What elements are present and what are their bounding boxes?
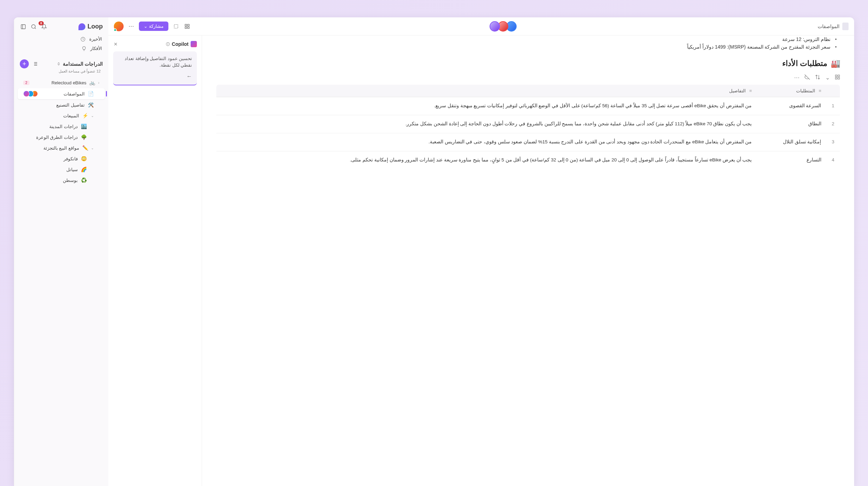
rainbow-icon: 🌈 [81,167,87,172]
factory-icon: 🏭 [831,59,840,68]
close-icon[interactable] [113,42,118,47]
eye-off-icon[interactable] [804,74,810,81]
chevron-down-icon[interactable]: ⌄ [825,74,830,81]
svg-rect-2 [21,25,25,29]
row-requirement[interactable]: إمكانية تسلق التلال [757,133,826,151]
more-icon[interactable]: ⋯ [128,23,135,30]
workspace-title[interactable]: الدراجات المستدامة [57,61,103,67]
row-requirement[interactable]: التسارع [757,151,826,169]
tree-icon: 🌳 [81,134,87,140]
svg-rect-11 [187,27,189,28]
col-requirements[interactable]: ≡ المتطلبات [757,85,826,97]
bike-icon: 🚲 [89,80,95,85]
nav-ideas-label: الأفكار [90,46,102,51]
tree-boston[interactable]: ♻️ بوسطن [18,175,105,185]
more-icon[interactable]: ⋯ [794,74,800,81]
app-name: Loop [87,23,103,30]
nav-recent[interactable]: الأخيرة [14,34,108,44]
lightbulb-icon [81,46,87,51]
row-number: 2 [826,115,840,133]
list-icon[interactable] [32,60,39,67]
svg-rect-9 [187,24,189,26]
row-requirement[interactable]: النطاق [757,115,826,133]
info-icon[interactable]: ⓘ [166,42,170,47]
apps-icon[interactable] [184,23,191,30]
clock-icon [80,37,86,42]
nav-recent-label: الأخيرة [89,36,102,42]
crop-icon[interactable] [173,23,180,30]
share-button[interactable]: مشاركة ⌄ [139,22,168,31]
copilot-suggestion[interactable]: تحسين عمود التفاصيل وإضافة تعداد نقطي لك… [113,51,197,85]
page-icon [842,23,849,30]
table-row[interactable]: 1 السرعة القصوى من المفترض أن يحقق eBike… [216,97,840,115]
row-number: 1 [826,97,840,115]
section-heading[interactable]: 🏭 متطلبات الأداء [216,59,840,68]
svg-rect-10 [185,27,187,28]
row-detail[interactable]: من المفترض أن يتعامل eBike مع المنحدرات … [216,133,757,151]
tree-sales[interactable]: ⌄ ⚡ المبيعات [18,110,105,121]
bullet-item[interactable]: نظام التروس: 12 سرعة [216,35,837,43]
bullet-item[interactable]: سعر التجزئة المقترح من الشركة المصنعة (M… [216,43,837,51]
col-number[interactable] [826,85,840,97]
arrow-icon: ← [118,72,192,81]
tree-vancouver[interactable]: 😳 فانكوفر [18,153,105,164]
topbar: المواصفات مشاركة ⌄ ⋯ [108,17,854,35]
svg-rect-15 [835,77,837,79]
notification-badge: 8 [39,21,44,25]
copilot-panel: Copilot ⓘ تحسين عمود التفاصيل وإضافة تعد… [108,35,202,486]
row-detail[interactable]: يجب أن يكون نطاق eBike 70 ميلاً (112 كيل… [216,115,757,133]
svg-rect-8 [185,24,187,26]
workspace-members: 12 عضواً في مساحة العمل [16,69,107,77]
requirements-table: ≡ المتطلبات ≡ التفاصيل 1 السرعة القصوى م… [216,84,840,169]
row-number: 4 [826,151,840,169]
app-logo[interactable]: Loop [78,23,103,30]
sort-icon[interactable] [815,74,820,81]
notifications-icon[interactable]: 8 [41,23,48,30]
add-button[interactable]: + [20,59,29,68]
tree-specs[interactable]: 📄 المواصفات [18,88,105,99]
document-title[interactable]: المواصفات [818,23,849,30]
tree-city-bikes[interactable]: 🏙️ دراجات المدينة [18,121,105,132]
chevron-icon: ‹ [98,81,99,85]
presence-avatars [23,91,36,97]
table-row[interactable]: 4 التسارع يجب أن يعرض eBike تسارعاً مستج… [216,151,840,169]
tree-offroad[interactable]: 🌳 دراجات الطرق الوعرة [18,132,105,142]
row-detail[interactable]: من المفترض أن يحقق eBike أقصى سرعة تصل إ… [216,97,757,115]
chevron-down-icon: ⌄ [91,146,94,150]
main-area: المواصفات مشاركة ⌄ ⋯ [108,17,854,486]
col-details[interactable]: ≡ التفاصيل [216,85,757,97]
svg-line-1 [35,28,36,29]
avatar [490,21,500,32]
doc-icon: 📄 [87,91,94,97]
table-row[interactable]: 3 إمكانية تسلق التلال من المفترض أن يتعا… [216,133,840,151]
workspace-section: الدراجات المستدامة + 12 عضواً في مساحة ا… [14,58,108,186]
user-avatar[interactable] [114,22,124,31]
row-detail[interactable]: يجب أن يعرض eBike تسارعاً مستجيباً، قادر… [216,151,757,169]
chevron-down-icon: ⌄ [91,114,94,118]
tree-seattle[interactable]: 🌈 سياتل [18,164,105,175]
svg-rect-12 [174,24,178,28]
collaborator-avatars[interactable] [492,21,517,32]
svg-rect-14 [838,75,840,77]
table-toolbar: ⌄ ⋯ [216,73,840,84]
bolt-icon: ⚡ [82,113,88,118]
tree-badge: 2 [23,81,30,85]
copilot-icon [191,41,197,47]
tree-manufacturing[interactable]: 🛠️ تفاصيل التصنيع [18,100,105,110]
copilot-title: Copilot ⓘ [166,41,197,47]
sidebar: Loop 8 الأخيرة ال [14,17,108,486]
svg-rect-16 [838,77,840,79]
nav-ideas[interactable]: الأفكار [14,44,108,53]
row-requirement[interactable]: السرعة القصوى [757,97,826,115]
spec-bullets: نظام التروس: 12 سرعة سعر التجزئة المقترح… [216,35,840,51]
table-row[interactable]: 2 النطاق يجب أن يكون نطاق eBike 70 ميلاً… [216,115,840,133]
tree-relecloud[interactable]: ‹ 🚲 Relecloud eBikes 2 [18,77,105,88]
document-body[interactable]: نظام التروس: 12 سرعة سعر التجزئة المقترح… [202,35,854,486]
grid-icon[interactable] [835,74,840,81]
tree-retail[interactable]: ⌄ ✏️ مواقع البيع بالتجزئة [18,143,105,153]
panel-icon[interactable] [20,23,27,30]
loop-icon [78,23,85,30]
search-icon[interactable] [30,23,37,30]
recycle-icon: ♻️ [81,177,87,183]
svg-rect-13 [835,75,837,77]
